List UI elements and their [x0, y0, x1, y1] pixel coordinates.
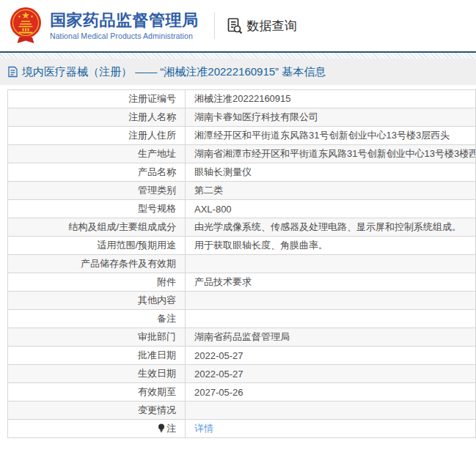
- national-emblem-logo: [10, 7, 42, 46]
- row-value: [186, 402, 476, 420]
- row-label: 结构及组成/主要组成成分: [8, 218, 186, 237]
- row-label-text: 结构及组成/主要组成成分: [68, 221, 176, 232]
- row-label-text: 注册证编号: [128, 93, 176, 104]
- row-label: 有效期至: [8, 383, 186, 402]
- row-label: 审批部门: [8, 328, 186, 347]
- hatch-band: [0, 53, 476, 59]
- row-label: 变更情况: [8, 402, 186, 420]
- table-row: 适用范围/预期用途用于获取眼轴长度、角膜曲率。: [8, 237, 476, 255]
- row-label-text: 产品名称: [138, 166, 176, 177]
- row-label: 注册人住所: [8, 127, 186, 145]
- row-value: 眼轴长测量仪: [186, 163, 476, 182]
- row-value: [186, 292, 476, 310]
- row-value: 2022-05-27: [186, 347, 476, 365]
- row-label: 备注: [8, 310, 186, 328]
- data-query-icon: [226, 17, 244, 34]
- table-row: 其他内容: [8, 292, 476, 310]
- info-table: 注册证编号湘械注准20222160915注册人名称湖南卡睿知医疗科技有限公司注册…: [7, 89, 476, 438]
- document-icon: [8, 66, 18, 78]
- table-row: 注册人住所湘潭经开区和平街道东风路31号创新创业中心13号楼3层西头: [8, 127, 476, 145]
- table-row: 备注: [8, 310, 476, 328]
- row-label: 适用范围/预期用途: [8, 237, 186, 255]
- table-row: 有效期至2027-05-26: [8, 383, 476, 402]
- table-row: 型号规格AXL-800: [8, 200, 476, 218]
- row-label-text: 有效期至: [138, 386, 176, 397]
- row-value: 湘潭经开区和平街道东风路31号创新创业中心13号楼3层西头: [186, 127, 476, 145]
- row-label-text: 管理类别: [138, 185, 176, 196]
- page: 国家药品监督管理局 National Medical Products Admi…: [0, 0, 476, 455]
- data-query-nav[interactable]: 数据查询: [226, 17, 297, 34]
- table-row: 审批部门湖南省药品监督管理局: [8, 328, 476, 347]
- row-label-text: 备注: [157, 313, 176, 324]
- row-label-text: 其他内容: [138, 295, 176, 306]
- table-row: 管理类别第二类: [8, 182, 476, 200]
- site-header: 国家药品监督管理局 National Medical Products Admi…: [0, 0, 476, 51]
- row-label: 其他内容: [8, 292, 186, 310]
- row-label-text: 附件: [157, 276, 176, 287]
- table-row: 注册证编号湘械注准20222160915: [8, 90, 476, 108]
- row-value: 湖南省湘潭市经开区和平街道东风路31号创新创业中心13号楼3楼西侧: [186, 145, 476, 163]
- row-value: 产品技术要求: [186, 273, 476, 292]
- org-name-zh: 国家药品监督管理局: [50, 11, 199, 30]
- row-value: [186, 255, 476, 273]
- bulb-icon: [158, 423, 165, 435]
- row-label-text: 注: [166, 423, 176, 434]
- org-name-en: National Medical Products Administration: [50, 32, 199, 40]
- row-label: 管理类别: [8, 182, 186, 200]
- row-value: 2027-05-26: [186, 383, 476, 402]
- row-label-text: 生效日期: [138, 368, 176, 379]
- data-query-label: 数据查询: [247, 18, 297, 34]
- table-row: 注册人名称湖南卡睿知医疗科技有限公司: [8, 108, 476, 127]
- table-row: 产品储存条件及有效期: [8, 255, 476, 273]
- row-value: 湖南卡睿知医疗科技有限公司: [186, 108, 476, 127]
- row-label: 生效日期: [8, 365, 186, 383]
- page-title: 境内医疗器械（注册） —— “湘械注准20222160915” 基本信息: [22, 65, 326, 79]
- row-label: 注册证编号: [8, 90, 186, 108]
- table-row: 产品名称眼轴长测量仪: [8, 163, 476, 182]
- row-value: AXL-800: [186, 200, 476, 218]
- row-label: 附件: [8, 273, 186, 292]
- title-bar: 境内医疗器械（注册） —— “湘械注准20222160915” 基本信息: [0, 59, 476, 85]
- row-label: 生产地址: [8, 145, 186, 163]
- table-row: 附件产品技术要求: [8, 273, 476, 292]
- table-row: 结构及组成/主要组成成分由光学成像系统、传感器及处理电路、显示屏和控制系统组成。: [8, 218, 476, 237]
- row-value: 由光学成像系统、传感器及处理电路、显示屏和控制系统组成。: [186, 218, 476, 237]
- table-row: 生产地址湖南省湘潭市经开区和平街道东风路31号创新创业中心13号楼3楼西侧: [8, 145, 476, 163]
- row-label: 批准日期: [8, 347, 186, 365]
- row-value: 详情: [186, 420, 476, 438]
- table-row: 批准日期2022-05-27: [8, 347, 476, 365]
- row-label-text: 生产地址: [138, 148, 176, 159]
- row-value: 用于获取眼轴长度、角膜曲率。: [186, 237, 476, 255]
- row-value: 湖南省药品监督管理局: [186, 328, 476, 347]
- row-value: 2022-05-27: [186, 365, 476, 383]
- row-label: 注册人名称: [8, 108, 186, 127]
- row-label-text: 变更情况: [138, 404, 176, 415]
- org-title-block: 国家药品监督管理局 National Medical Products Admi…: [50, 11, 199, 40]
- row-label: 注: [8, 420, 186, 438]
- row-value: 湘械注准20222160915: [186, 90, 476, 108]
- row-label-text: 批准日期: [138, 349, 176, 360]
- row-label-text: 注册人名称: [128, 111, 176, 122]
- row-label-text: 注册人住所: [128, 130, 176, 141]
- table-row: 注详情: [8, 420, 476, 438]
- row-label-text: 审批部门: [138, 331, 176, 342]
- row-label-text: 适用范围/预期用途: [97, 240, 176, 251]
- row-label: 型号规格: [8, 200, 186, 218]
- row-value: [186, 310, 476, 328]
- row-label-text: 型号规格: [138, 203, 176, 214]
- table-row: 变更情况: [8, 402, 476, 420]
- detail-link[interactable]: 详情: [194, 423, 213, 434]
- row-label: 产品名称: [8, 163, 186, 182]
- row-label-text: 产品储存条件及有效期: [81, 258, 176, 269]
- table-row: 生效日期2022-05-27: [8, 365, 476, 383]
- header-divider: [214, 12, 215, 39]
- row-label: 产品储存条件及有效期: [8, 255, 186, 273]
- row-value: 第二类: [186, 182, 476, 200]
